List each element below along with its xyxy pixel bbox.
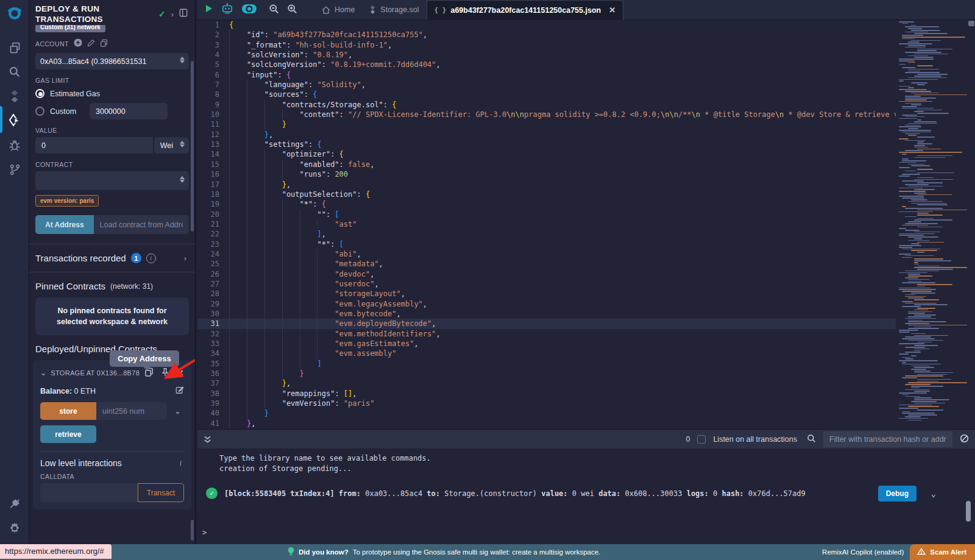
code-line-39[interactable]: 39"evmVersion": "paris": [197, 399, 896, 408]
code-line-30[interactable]: 30"evm.bytecode",: [197, 309, 896, 319]
tab-home[interactable]: Home: [314, 0, 362, 20]
code-line-32[interactable]: 32"evm.methodIdentifiers",: [197, 329, 896, 339]
code-line-7[interactable]: 7"language": "Solidity",: [197, 80, 896, 90]
account-stepper-icon[interactable]: [180, 57, 185, 63]
code-line-31[interactable]: 31"evm.deployedBytecode",: [197, 319, 896, 328]
code-line-10[interactable]: 10"content": "// SPDX-License-Identifier…: [197, 110, 896, 119]
code-editor[interactable]: 1{2"id": "a69b43f277ba20fcac141151250ca7…: [197, 20, 975, 429]
zoom-in-icon[interactable]: [287, 4, 297, 16]
code-line-15[interactable]: 15"enabled": false,: [197, 160, 896, 169]
code-line-22[interactable]: 22],: [197, 229, 896, 239]
info-icon[interactable]: i: [146, 253, 156, 263]
code-line-28[interactable]: 28"storageLayout",: [197, 289, 896, 299]
ai-assistant-icon[interactable]: [221, 3, 233, 16]
transaction-log-row[interactable]: ✓ [block:5583405 txIndex:4] from: 0xa03.…: [197, 487, 975, 499]
expand-chevron-icon[interactable]: ›: [184, 253, 186, 263]
copilot-status[interactable]: RemixAI Copilot (enabled): [822, 548, 904, 556]
code-line-27[interactable]: 27"userdoc",: [197, 279, 896, 289]
panel-scrollbar[interactable]: [191, 61, 194, 232]
value-unit-select[interactable]: Wei: [154, 137, 189, 154]
code-line-19[interactable]: 19"*": {: [197, 199, 896, 209]
code-line-29[interactable]: 29"evm.legacyAssembly",: [197, 299, 896, 309]
code-line-2[interactable]: 2"id": "a69b43f277ba20fcac141151250ca755…: [197, 30, 896, 40]
code-line-16[interactable]: 16"runs": 200: [197, 169, 896, 179]
edit-balance-icon[interactable]: [176, 386, 184, 396]
value-input[interactable]: [35, 137, 153, 154]
expand-tx-chevron-icon[interactable]: ⌄: [931, 489, 936, 498]
code-line-14[interactable]: 14"optimizer": {: [197, 149, 896, 159]
terminal-prompt[interactable]: >: [202, 528, 207, 537]
remove-instance-icon[interactable]: ✕: [177, 368, 184, 378]
copy-account-icon[interactable]: [100, 38, 108, 49]
code-line-20[interactable]: 20"": [: [197, 210, 896, 219]
code-line-26[interactable]: 26"devdoc",: [197, 269, 896, 279]
code-line-12[interactable]: 12},: [197, 130, 896, 140]
code-line-34[interactable]: 34"evm.assembly": [197, 349, 896, 358]
store-button[interactable]: store: [40, 402, 96, 420]
forward-chevron-icon[interactable]: ›: [171, 10, 174, 19]
transact-button[interactable]: Transact: [138, 483, 184, 502]
remix-logo[interactable]: [0, 0, 29, 29]
scam-alert-badge[interactable]: Scam Alert: [910, 544, 975, 560]
editor-scrollbar-thumb[interactable]: [968, 21, 974, 26]
account-select[interactable]: 0xA03...85ac4 (0.39866531531: [35, 53, 189, 69]
tab-storage-sol[interactable]: Storage.sol: [362, 0, 426, 20]
listen-all-checkbox[interactable]: [697, 435, 706, 444]
collapse-chevron-icon[interactable]: ⌄: [40, 369, 46, 377]
close-tab-icon[interactable]: ✕: [609, 5, 615, 15]
file-explorer-icon[interactable]: [0, 35, 29, 60]
code-line-38[interactable]: 38"remappings": [],: [197, 389, 896, 399]
add-account-icon[interactable]: [74, 38, 82, 49]
load-contract-input[interactable]: [94, 215, 189, 234]
copilot-toggle-icon[interactable]: [241, 4, 257, 16]
debug-button[interactable]: Debug: [878, 486, 916, 502]
git-icon[interactable]: [0, 157, 29, 182]
transactions-recorded-row[interactable]: Transactions recorded 1 i ›: [35, 244, 189, 272]
estimated-gas-option[interactable]: Estimated Gas: [35, 89, 189, 98]
low-level-info-icon[interactable]: i: [179, 458, 182, 468]
solidity-compiler-icon[interactable]: [0, 84, 29, 108]
zoom-out-icon[interactable]: [269, 4, 279, 16]
clear-console-icon[interactable]: [960, 434, 969, 445]
terminal-scrollbar-thumb[interactable]: [966, 501, 971, 522]
store-arg-input[interactable]: [96, 402, 167, 420]
code-line-25[interactable]: 25"metadata",: [197, 259, 896, 269]
contract-stepper-icon[interactable]: [180, 176, 185, 183]
filter-tx-input[interactable]: [823, 431, 952, 447]
pin-icon[interactable]: [161, 367, 169, 378]
pin-panel-icon[interactable]: [179, 9, 188, 19]
code-line-11[interactable]: 11}: [197, 119, 896, 129]
code-line-17[interactable]: 17},: [197, 180, 896, 190]
code-line-23[interactable]: 23"*": [: [197, 239, 896, 249]
code-line-36[interactable]: 36}: [197, 369, 896, 378]
expand-args-chevron-icon[interactable]: ⌄: [174, 406, 181, 416]
code-line-41[interactable]: 41},: [197, 419, 896, 428]
code-line-6[interactable]: 6"input": {: [197, 70, 896, 80]
unit-stepper-icon[interactable]: [180, 141, 185, 147]
edit-account-icon[interactable]: [87, 38, 95, 49]
collapse-terminal-icon[interactable]: [204, 435, 211, 444]
code-line-1[interactable]: 1{: [197, 20, 896, 30]
code-line-21[interactable]: 21"ast": [197, 219, 896, 229]
contract-select[interactable]: [35, 171, 189, 190]
code-line-13[interactable]: 13"settings": {: [197, 140, 896, 149]
calldata-input[interactable]: [40, 483, 138, 502]
terminal[interactable]: Type the library name to see available c…: [197, 448, 975, 544]
code-line-3[interactable]: 3"_format": "hh-sol-build-info-1",: [197, 40, 896, 50]
retrieve-button[interactable]: retrieve: [40, 425, 96, 443]
panel-scrollbar-bottom[interactable]: [191, 520, 194, 541]
deploy-run-icon[interactable]: [0, 108, 29, 133]
tab-build-info-json[interactable]: { } a69b43f277ba20fcac141151250ca755.jso…: [427, 0, 624, 20]
plugin-manager-icon[interactable]: [0, 492, 29, 516]
code-line-8[interactable]: 8"sources": {: [197, 90, 896, 99]
code-line-33[interactable]: 33"evm.gasEstimates",: [197, 339, 896, 349]
code-line-18[interactable]: 18"outputSelection": {: [197, 190, 896, 199]
debugger-icon[interactable]: [0, 133, 29, 157]
estimated-gas-radio[interactable]: [35, 89, 44, 98]
code-line-9[interactable]: 9"contracts/Storage.sol": {: [197, 100, 896, 110]
code-line-37[interactable]: 37},: [197, 378, 896, 388]
custom-gas-input[interactable]: [90, 103, 168, 119]
search-icon[interactable]: [0, 60, 29, 84]
code-line-35[interactable]: 35]: [197, 359, 896, 369]
run-script-icon[interactable]: [205, 4, 213, 15]
